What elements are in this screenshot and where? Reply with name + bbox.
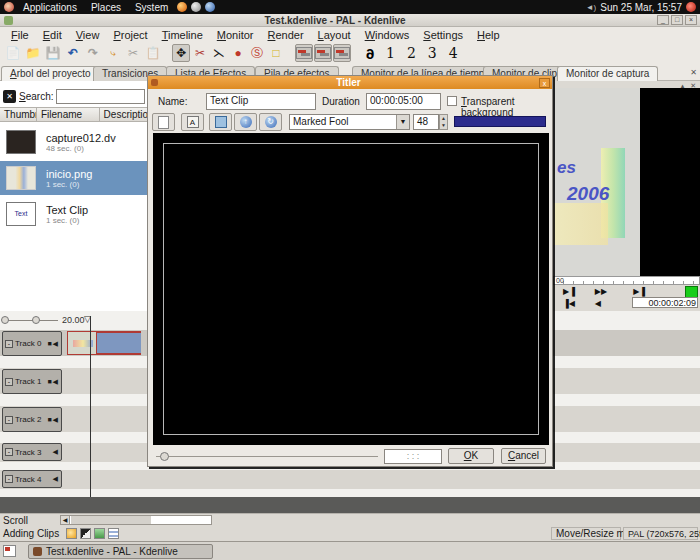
window-titlebar[interactable]: Test.kdenlive - PAL - Kdenlive _ □ × [0, 14, 700, 27]
screenshot-icon[interactable] [191, 2, 201, 12]
record-icon[interactable]: ● [229, 44, 247, 62]
collapse-track-icon[interactable]: - [5, 340, 13, 348]
open-file-icon[interactable]: 📁 [24, 44, 42, 62]
selection-icon[interactable]: □ [267, 44, 285, 62]
timeline-slider[interactable] [156, 456, 378, 457]
track-icons[interactable]: ■◀ [47, 378, 61, 386]
go-start-icon[interactable]: ▐◀ [553, 299, 585, 308]
tab-project-tree[interactable]: Arbol del proyecto [1, 66, 100, 82]
menu-system[interactable]: System [130, 2, 173, 13]
stop-icon[interactable]: Ⓢ [248, 44, 266, 62]
track-header-4[interactable]: - Track 4 ◀ [2, 470, 62, 488]
menu-places[interactable]: Places [86, 2, 126, 13]
cut-icon[interactable]: ✂ [124, 44, 142, 62]
scroll-left-icon[interactable]: ◀ [61, 516, 70, 524]
timeline-zoom-4[interactable]: 4 [444, 45, 463, 61]
dialog-titlebar[interactable]: Titler x [148, 76, 552, 89]
clip-row-inicio[interactable]: inicio.png 1 sec. (0) [0, 161, 148, 195]
collapse-track-icon[interactable]: - [5, 416, 13, 424]
load-title-button[interactable]: ↑ [234, 113, 257, 131]
task-button[interactable]: Test.kdenlive - PAL - Kdenlive [28, 544, 213, 559]
column-filename[interactable]: Filename [37, 108, 100, 121]
text-color-swatch[interactable] [454, 116, 546, 127]
column-description[interactable]: Description [100, 108, 148, 121]
paste-icon[interactable]: ⤷ [104, 44, 122, 62]
timeline-zoom-1[interactable]: 1 [381, 45, 400, 61]
font-size-stepper[interactable]: ▲▼ [439, 114, 448, 130]
collapse-track-icon[interactable]: - [5, 378, 13, 386]
track-header-0[interactable]: - Track 0 ■◀ [2, 331, 62, 356]
menu-project[interactable]: Project [106, 28, 154, 42]
font-select[interactable]: Marked Fool▼ [289, 114, 410, 130]
track-icons[interactable]: ◀ [53, 448, 61, 456]
menu-timeline[interactable]: Timeline [155, 28, 210, 42]
menu-settings[interactable]: Settings [416, 28, 470, 42]
track-icons[interactable]: ■◀ [47, 340, 61, 348]
text-tool-button[interactable]: A [181, 113, 204, 131]
dock-close-icon[interactable]: ✕ [690, 68, 697, 77]
duration-input[interactable]: 00:00:05:00 [366, 93, 441, 110]
menu-help[interactable]: Help [470, 28, 507, 42]
layout-view-3-icon[interactable] [333, 44, 351, 62]
menu-windows[interactable]: Windows [358, 28, 417, 42]
track-header-3[interactable]: - Track 3 ◀ [2, 443, 62, 461]
coords-field[interactable]: : : : [384, 449, 442, 464]
minimize-button[interactable]: _ [657, 15, 669, 25]
go-end-icon[interactable]: ▶▐ [623, 287, 655, 296]
rewind-icon[interactable]: ◀ [585, 299, 611, 308]
track-icons[interactable]: ■◀ [47, 416, 61, 424]
menu-view[interactable]: View [69, 28, 107, 42]
new-file-icon[interactable]: 📄 [4, 44, 22, 62]
workspace-switcher-icon[interactable] [3, 545, 16, 557]
menu-edit[interactable]: Edit [36, 28, 69, 42]
timeline-clip-blue[interactable] [97, 331, 141, 355]
maximize-button[interactable]: □ [671, 15, 683, 25]
layout-view-1-icon[interactable] [295, 44, 313, 62]
track-icons[interactable]: ◀ [53, 475, 61, 483]
clip-row-capture012[interactable]: capture012.dv 48 sec. (0) [0, 125, 148, 159]
speaker-icon[interactable]: ◄) [586, 3, 597, 12]
menu-layout[interactable]: Layout [311, 28, 358, 42]
play-icon[interactable]: ▶▐ [553, 287, 585, 296]
transparent-checkbox[interactable] [447, 96, 457, 106]
rect-tool-button[interactable] [209, 113, 232, 131]
copy-icon[interactable]: 📋 [144, 44, 162, 62]
firefox-icon[interactable] [177, 2, 187, 12]
collapse-track-icon[interactable]: - [5, 475, 13, 483]
menu-applications[interactable]: Applications [18, 2, 82, 13]
menu-monitor[interactable]: Monitor [210, 28, 261, 42]
razor-tool-icon[interactable]: ✂ [191, 44, 209, 62]
redo-icon[interactable]: ↷ [84, 44, 102, 62]
clear-search-icon[interactable]: ✕ [3, 90, 16, 103]
timeline-zoom-2[interactable]: 2 [402, 45, 421, 61]
menu-file[interactable]: File [4, 28, 36, 42]
zoom-slider[interactable] [2, 320, 58, 321]
monitor-seek-ruler[interactable]: 00 [553, 276, 700, 285]
spacer-tool-icon[interactable]: ⋋ [210, 44, 228, 62]
save-title-button[interactable]: ↻ [259, 113, 282, 131]
track-header-2[interactable]: - Track 2 ■◀ [2, 407, 62, 432]
help-icon[interactable] [205, 2, 215, 12]
search-input[interactable] [56, 89, 145, 104]
forward-icon[interactable]: ▶▶ [585, 287, 617, 296]
collapse-track-icon[interactable]: - [5, 448, 13, 456]
ok-button[interactable]: OK [448, 448, 494, 464]
timeline-zoom-3[interactable]: 3 [423, 45, 442, 61]
column-thumbnail[interactable]: Thumbnail [0, 108, 37, 121]
save-icon[interactable]: 💾 [44, 44, 62, 62]
title-canvas[interactable] [153, 133, 549, 445]
zoom-slider-handle[interactable] [32, 316, 40, 324]
new-text-button[interactable] [152, 113, 175, 131]
playhead-line[interactable] [90, 316, 91, 497]
track-row-4[interactable] [0, 470, 700, 489]
scrollbar-thumb[interactable] [71, 516, 151, 524]
dialog-close-icon[interactable]: x [539, 78, 550, 88]
close-button[interactable]: × [685, 15, 697, 25]
horizontal-scrollbar[interactable]: ◀ [60, 515, 212, 525]
timeline-slider-handle[interactable] [160, 452, 169, 461]
clip-row-textclip[interactable]: Text Text Clip 1 sec. (0) [0, 197, 148, 231]
power-icon[interactable] [686, 2, 696, 12]
zoom-slider-handle[interactable] [1, 316, 9, 324]
column-headers[interactable]: Thumbnail Filename Description [0, 107, 148, 122]
name-input[interactable]: Text Clip [206, 93, 316, 110]
